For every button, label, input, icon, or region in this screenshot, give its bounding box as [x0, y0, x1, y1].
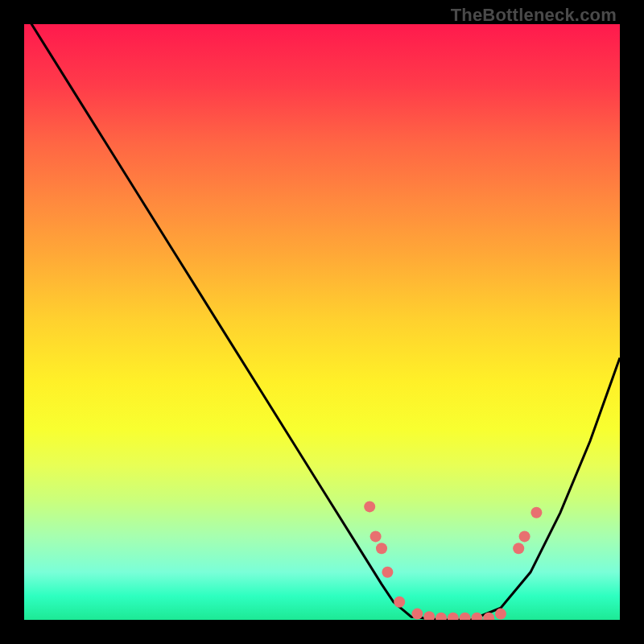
data-marker — [448, 613, 459, 620]
data-marker — [519, 530, 530, 542]
main-curve-line — [24, 24, 620, 620]
data-marker — [376, 543, 387, 554]
data-marker — [394, 597, 405, 608]
data-marker — [423, 611, 435, 620]
data-marker — [530, 507, 542, 518]
data-marker — [382, 567, 393, 578]
data-marker — [471, 613, 482, 620]
watermark-text: TheBottleneck.com — [451, 5, 617, 26]
plot-area — [24, 24, 620, 620]
data-marker — [495, 609, 506, 620]
data-marker — [460, 613, 471, 620]
markers-group — [364, 501, 542, 620]
data-marker — [364, 501, 375, 512]
chart-svg — [24, 24, 620, 620]
data-marker — [370, 530, 382, 542]
chart-frame — [24, 24, 620, 620]
data-marker — [436, 613, 447, 620]
data-marker — [411, 609, 423, 620]
data-marker — [513, 543, 524, 554]
curve-path-group — [24, 24, 620, 620]
